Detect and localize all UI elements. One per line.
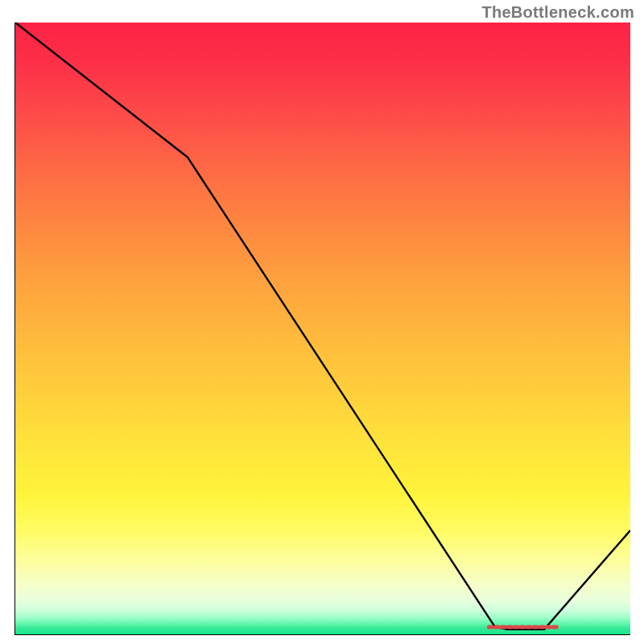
line-layer <box>15 23 630 634</box>
plot-area <box>14 23 630 635</box>
bottleneck-curve <box>15 23 630 630</box>
watermark-label: TheBottleneck.com <box>481 3 634 22</box>
chart-container: TheBottleneck.com <box>0 0 644 644</box>
